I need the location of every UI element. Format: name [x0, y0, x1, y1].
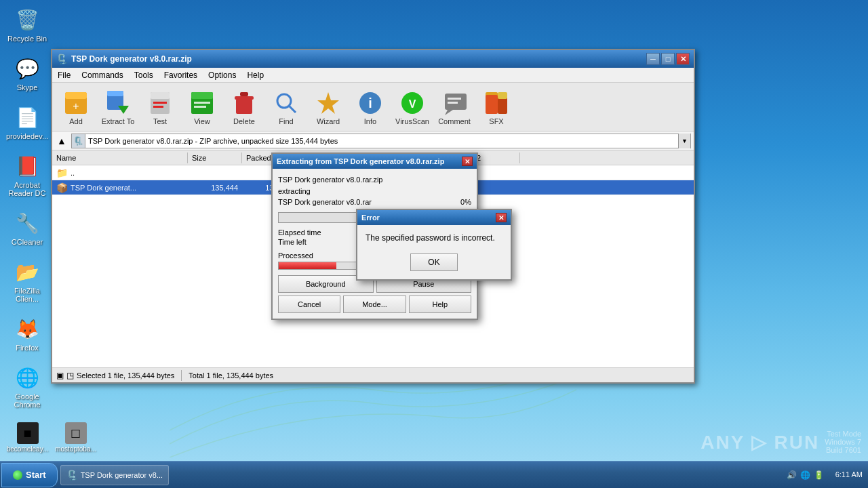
wizard-label: Wizard [317, 117, 340, 125]
virusscan-label: VirusScan [395, 117, 429, 125]
extract-processed-fill [279, 262, 336, 269]
address-archive-icon: 🗜️ [72, 134, 85, 148]
svg-rect-15 [235, 96, 254, 100]
find-icon [272, 89, 300, 117]
anyrun-logo: ANY ▷ RUN [701, 431, 819, 453]
menu-commands[interactable]: Commands [76, 69, 128, 81]
toolbar-info-btn[interactable]: i Info [351, 85, 390, 129]
back-button[interactable]: ▲ [55, 134, 68, 148]
taskbar-winrar-icon: 🗜️ [66, 470, 78, 481]
desktop-icon-skype[interactable]: 💬 Skype [3, 52, 51, 94]
status-right-text: Total 1 file, 135,444 bytes [189, 371, 273, 380]
svg-marker-19 [317, 92, 339, 114]
desktop-icon-ccleaner[interactable]: 🔧 CCleaner [3, 207, 51, 249]
col-header-size[interactable]: Size [188, 152, 242, 163]
toolbar-find-btn[interactable]: Find [267, 85, 306, 129]
error-dialog-close-btn[interactable]: ✕ [496, 213, 507, 222]
anyrun-info: Test Mode Windows 7 Build 7601 [825, 430, 861, 454]
start-label: Start [26, 470, 46, 480]
file-name-tsp: TSP Dork generat... [71, 184, 136, 192]
extract-icon [104, 89, 132, 117]
toolbar-virusscan-btn[interactable]: V VirusScan [393, 85, 432, 129]
svg-text:i: i [368, 96, 372, 110]
status-icon-archive: ◳ [66, 371, 74, 380]
svg-rect-14 [236, 99, 252, 114]
toolbar-wizard-btn[interactable]: Wizard [309, 85, 348, 129]
toolbar-sfx-btn[interactable]: SFX [477, 85, 516, 129]
ccleaner-icon: 🔧 [14, 209, 41, 237]
start-button[interactable]: Start [1, 463, 58, 487]
mode-btn[interactable]: Mode... [343, 296, 406, 313]
test-icon [146, 89, 174, 117]
delete-icon [230, 89, 258, 117]
menu-help[interactable]: Help [241, 69, 269, 81]
recycle-bin-icon: 🗑️ [14, 6, 41, 33]
extract-filename: TSP Dork generator v8.0.rar.zip [278, 174, 471, 186]
address-field: 🗜️ TSP Dork generator v8.0.rar.zip - ZIP… [71, 134, 691, 148]
acrobat-label: Acrobat Reader DC [3, 181, 51, 197]
winrar-minimize-btn[interactable]: ─ [646, 53, 660, 65]
desktop-icon-word[interactable]: 📄 providedev... [3, 101, 51, 143]
archive-icon: 📦 [56, 182, 68, 193]
desktop-icon-filezilla[interactable]: 📂 FileZilla Clien... [3, 256, 51, 306]
error-dialog-title: Error [361, 214, 496, 222]
winrar-title: TSP Dork generator v8.0.rar.zip [71, 54, 646, 64]
help-btn[interactable]: Help [409, 296, 471, 313]
svg-rect-13 [194, 106, 206, 108]
toolbar-test-btn[interactable]: Test [140, 85, 180, 129]
winrar-maximize-btn[interactable]: □ [661, 53, 675, 65]
desktop-icon-acrobat[interactable]: 📕 Acrobat Reader DC [3, 150, 51, 200]
winrar-addressbar: ▲ 🗜️ TSP Dork generator v8.0.rar.zip - Z… [52, 131, 694, 150]
desktop-icon-firefox[interactable]: 🦊 Firefox [3, 312, 51, 354]
extract-stat-labels: Elapsed time Time left [278, 228, 321, 247]
view-icon [188, 89, 216, 117]
winrar-close-btn[interactable]: ✕ [676, 53, 690, 65]
svg-rect-9 [153, 106, 163, 108]
recycle-bin-label: Recycle Bin [3, 35, 51, 43]
comment-icon [440, 89, 469, 117]
start-orb [13, 470, 22, 480]
toolbar-comment-btn[interactable]: Comment [435, 85, 474, 129]
view-label: View [194, 117, 210, 125]
menu-file[interactable]: File [52, 69, 76, 81]
toolbar-extract-btn[interactable]: Extract To [98, 85, 138, 129]
folder-icon: 📁 [56, 167, 68, 178]
toolbar-add-btn[interactable]: + Add [56, 85, 96, 129]
shortcut-mostoptoba-label: mostoptoba... [52, 445, 100, 453]
tray-network-icon[interactable]: 🌐 [800, 470, 811, 481]
tray-volume-icon[interactable]: 🔊 [787, 470, 797, 481]
address-dropdown-btn[interactable]: ▼ [678, 134, 690, 148]
cancel-btn[interactable]: Cancel [278, 296, 340, 313]
shortcut-becomeleay-icon: ■ [17, 422, 39, 444]
svg-text:V: V [409, 98, 416, 110]
find-label: Find [279, 117, 293, 125]
error-ok-btn[interactable]: OK [410, 253, 458, 271]
sfx-icon [482, 89, 511, 117]
time-left-label: Time left [278, 238, 321, 246]
chrome-label: Google Chrome [3, 392, 51, 409]
shortcut-becomeleay[interactable]: ■ becomeleay... [5, 420, 50, 455]
extract-dialog-close-btn[interactable]: ✕ [462, 157, 473, 166]
desktop-icon-chrome[interactable]: 🌐 Google Chrome [3, 361, 51, 411]
toolbar-delete-btn[interactable]: Delete [224, 85, 264, 129]
svg-rect-1 [65, 92, 87, 99]
winrar-app-icon: 🗜️ [56, 54, 67, 64]
desktop-icon-recycle-bin[interactable]: 🗑️ Recycle Bin [3, 3, 51, 45]
status-left-text: Selected 1 file, 135,444 bytes [77, 371, 174, 380]
anyrun-watermark: ANY ▷ RUN Test Mode Windows 7 Build 7601 [701, 430, 861, 454]
desktop-icons: 🗑️ Recycle Bin 💬 Skype 📄 providedev... 📕… [3, 3, 51, 411]
col-header-name[interactable]: Name [52, 152, 188, 163]
taskbar: Start 🗜️ TSP Dork generator v8... 🔊 🌐 🔋 … [0, 461, 868, 488]
menu-tools[interactable]: Tools [129, 69, 159, 81]
filezilla-icon: 📂 [14, 258, 41, 285]
menu-favorites[interactable]: Favorites [159, 69, 203, 81]
delete-label: Delete [233, 117, 255, 125]
menu-options[interactable]: Options [203, 69, 241, 81]
wizard-icon [314, 89, 342, 117]
taskbar-clock[interactable]: 6:11 AM [830, 470, 868, 480]
svg-rect-27 [448, 102, 458, 104]
toolbar-view-btn[interactable]: View [182, 85, 222, 129]
add-icon: + [62, 89, 90, 117]
taskbar-winrar-app[interactable]: 🗜️ TSP Dork generator v8... [60, 465, 169, 485]
shortcut-mostoptoba[interactable]: □ mostoptoba... [54, 420, 98, 455]
